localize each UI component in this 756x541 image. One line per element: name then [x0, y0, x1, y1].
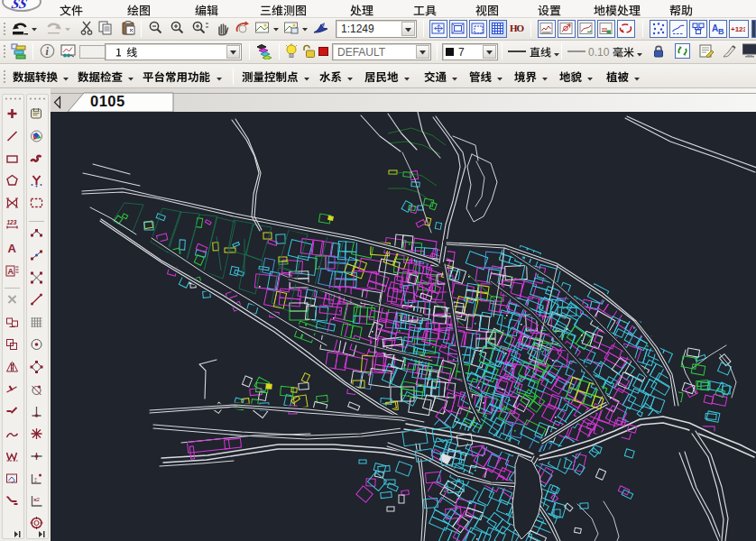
svg-text:A: A — [8, 242, 17, 255]
svg-text:A: A — [8, 267, 14, 276]
svg-text:+123: +123 — [731, 25, 745, 33]
svg-text:i: i — [46, 45, 50, 58]
svg-text:2: 2 — [37, 497, 41, 502]
svg-text:123: 123 — [7, 219, 17, 225]
svg-text:B: B — [718, 27, 724, 36]
